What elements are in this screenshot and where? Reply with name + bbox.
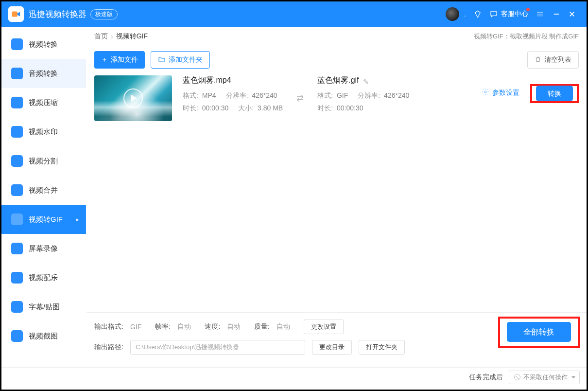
edit-icon[interactable]: ✎ [363, 78, 369, 86]
change-settings-button[interactable]: 更改设置 [304, 320, 344, 334]
after-task-select[interactable]: 不采取任何操作 [509, 371, 580, 384]
add-file-button[interactable]: ＋ 添加文件 [94, 51, 145, 69]
app-title: 迅捷视频转换器 [29, 9, 86, 20]
forbid-icon [514, 374, 520, 380]
after-task-label: 任务完成后 [469, 373, 503, 382]
support-label: 客服中心 [501, 10, 528, 18]
swap-icon[interactable]: ⇄ [294, 93, 307, 104]
close-button[interactable] [568, 10, 576, 18]
sidebar-item-video-convert[interactable]: 视频转换 [1, 30, 86, 59]
sidebar-item-subtitle-sticker[interactable]: 字幕/贴图 [1, 292, 86, 321]
edition-badge: 极速版 [90, 9, 118, 19]
sidebar-item-screen-record[interactable]: 屏幕录像 [1, 234, 86, 263]
clear-list-button[interactable]: 清空列表 [527, 51, 579, 69]
avatar[interactable] [446, 7, 459, 21]
source-meta: 蓝色烟雾.mp4 格式: MP4 分辨率: 426*240 时长: 00:00:… [183, 75, 283, 113]
convert-button[interactable]: 转换 [536, 86, 573, 101]
sidebar-item-video-to-gif[interactable]: 视频转GIF▸ [1, 205, 86, 234]
output-filename: 蓝色烟雾.gif [317, 75, 359, 86]
support-button[interactable]: 客服中心 [489, 10, 528, 18]
toolbar: ＋ 添加文件 添加文件夹 清空列表 [86, 46, 587, 73]
folder-icon [158, 55, 166, 65]
video-thumbnail[interactable] [94, 75, 172, 121]
notification-dot [526, 8, 530, 11]
sidebar-item-video-merge[interactable]: 视频合并 [1, 176, 86, 205]
sidebar-item-video-split[interactable]: 视频分割 [1, 146, 86, 176]
statusbar: 任务完成后 不采取任何操作 [1, 367, 587, 387]
sidebar-item-video-screenshot[interactable]: 视频截图 [1, 321, 86, 351]
sidebar: 视频转换 音频转换 视频压缩 视频水印 视频分割 视频合并 视频转GIF▸ 屏幕… [1, 27, 86, 367]
minimize-button[interactable] [553, 10, 560, 18]
output-panel: 输出格式:GIF 帧率:自动 速度:自动 质量:自动 更改设置 输出路径: 更改… [86, 312, 587, 367]
output-meta: 蓝色烟雾.gif ✎ 格式: GIF 分辨率: 426*240 时长: 00:0… [317, 75, 471, 113]
file-list: 蓝色烟雾.mp4 格式: MP4 分辨率: 426*240 时长: 00:00:… [86, 73, 587, 312]
breadcrumb-home[interactable]: 首页 [94, 32, 108, 41]
trash-icon [535, 56, 541, 64]
sidebar-item-video-watermark[interactable]: 视频水印 [1, 117, 86, 146]
sidebar-item-video-compress[interactable]: 视频压缩 [1, 88, 86, 117]
breadcrumb-desc: 视频转GIF：截取视频片段 制作成GIF [474, 32, 579, 41]
highlight-box-convert-all: 全部转换 [498, 317, 580, 348]
sidebar-item-audio-convert[interactable]: 音频转换 [1, 59, 86, 88]
change-dir-button[interactable]: 更改目录 [312, 340, 352, 355]
chevron-right-icon: ▸ [76, 216, 79, 223]
open-folder-button[interactable]: 打开文件夹 [359, 340, 405, 355]
breadcrumb-current: 视频转GIF [116, 32, 148, 41]
app-logo [8, 6, 24, 22]
menu-icon[interactable] [535, 9, 545, 19]
output-path-input[interactable] [130, 340, 305, 355]
svg-point-1 [484, 91, 486, 93]
param-settings-link[interactable]: 参数设置 [482, 88, 519, 97]
sidebar-item-video-music[interactable]: 视频配乐 [1, 263, 86, 292]
titlebar: 迅捷视频转换器 极速版 . 客服中心 [1, 1, 587, 27]
diamond-icon[interactable] [473, 9, 483, 19]
breadcrumb: 首页 › 视频转GIF 视频转GIF：截取视频片段 制作成GIF [86, 27, 587, 46]
highlight-box-convert: 转换 [530, 84, 579, 103]
gear-icon [482, 88, 489, 97]
source-filename: 蓝色烟雾.mp4 [183, 75, 283, 86]
file-row: 蓝色烟雾.mp4 格式: MP4 分辨率: 426*240 时长: 00:00:… [93, 73, 580, 130]
play-icon [123, 89, 143, 108]
add-folder-button[interactable]: 添加文件夹 [151, 51, 210, 69]
content: 首页 › 视频转GIF 视频转GIF：截取视频片段 制作成GIF ＋ 添加文件 … [86, 27, 587, 367]
plus-icon: ＋ [101, 55, 108, 64]
svg-rect-0 [12, 12, 17, 17]
convert-all-button[interactable]: 全部转换 [507, 322, 571, 342]
